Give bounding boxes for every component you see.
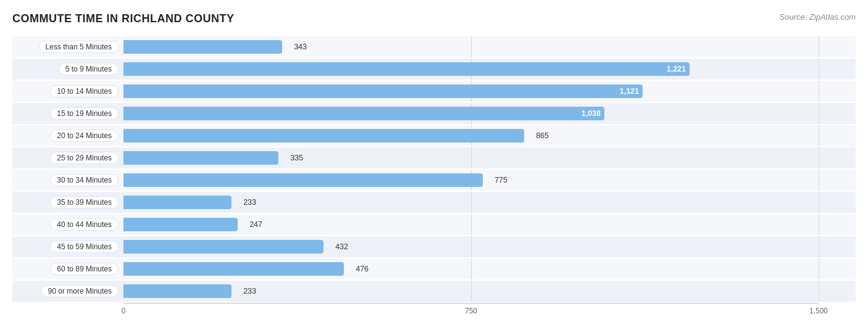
bar: 343 [123, 40, 282, 54]
grid-line [471, 36, 472, 57]
table-row: 60 to 89 Minutes476 [12, 258, 856, 279]
bar-label: 35 to 39 Minutes [12, 192, 123, 213]
bar-container: 233 [123, 281, 856, 302]
bar-label: 25 to 29 Minutes [12, 147, 123, 168]
bar-label: 60 to 89 Minutes [12, 258, 123, 279]
table-row: 10 to 14 Minutes1,121 [12, 81, 856, 102]
bar-container: 432 [123, 236, 856, 257]
source-label: Source: ZipAtlas.com [779, 12, 856, 22]
bar-container: 1,038 [123, 103, 856, 124]
bar-value: 335 [290, 154, 303, 162]
bar-value: 247 [249, 220, 262, 229]
grid-line [819, 36, 819, 57]
bar-value: 775 [495, 176, 507, 184]
bar-value: 233 [243, 287, 256, 295]
bar: 476 [123, 262, 344, 276]
bar-label: 30 to 34 Minutes [12, 170, 123, 191]
bar-container: 233 [123, 192, 856, 213]
table-row: 15 to 19 Minutes1,038 [12, 103, 856, 124]
bar: 233 [123, 196, 232, 209]
table-row: 30 to 34 Minutes775 [12, 170, 856, 191]
bar-value: 432 [335, 242, 348, 251]
x-axis-line [123, 303, 819, 303]
bar-label: 90 or more Minutes [12, 281, 123, 302]
chart-title: COMMUTE TIME IN RICHLAND COUNTY [12, 12, 234, 25]
bar-label: 45 to 59 Minutes [12, 236, 123, 257]
bar: 1,038 [123, 107, 604, 120]
bar-container: 247 [123, 214, 856, 235]
grid-line [471, 281, 472, 302]
grid-line [471, 214, 472, 235]
bar: 1,121 [123, 85, 643, 98]
bar-container: 343 [123, 36, 856, 57]
bar-label: 20 to 24 Minutes [12, 125, 123, 146]
grid-line [819, 81, 819, 102]
grid-line [471, 192, 472, 213]
grid-line [819, 281, 819, 302]
bar-label: 15 to 19 Minutes [12, 103, 123, 124]
bar-container: 1,221 [123, 59, 856, 80]
bar-label: 10 to 14 Minutes [12, 81, 123, 102]
table-row: 35 to 39 Minutes233 [12, 192, 856, 213]
x-tick-label: 0 [122, 307, 126, 315]
bar-value: 476 [356, 265, 369, 273]
bar-value: 343 [294, 43, 307, 51]
grid-line [819, 236, 819, 257]
table-row: 40 to 44 Minutes247 [12, 214, 856, 235]
grid-line [819, 258, 819, 279]
bar-value: 1,038 [582, 109, 601, 118]
bar-label: 40 to 44 Minutes [12, 214, 123, 235]
x-tick-label: 1,500 [809, 307, 828, 315]
table-row: 20 to 24 Minutes865 [12, 125, 856, 146]
table-row: Less than 5 Minutes343 [12, 36, 856, 57]
table-row: 5 to 9 Minutes1,221 [12, 59, 856, 80]
table-row: 90 or more Minutes233 [12, 281, 856, 302]
grid-line [819, 170, 819, 191]
grid-line [819, 147, 819, 168]
x-axis: 07501,500 [123, 303, 856, 320]
bar: 865 [123, 129, 524, 142]
bar: 432 [123, 240, 323, 254]
grid-line [819, 125, 819, 146]
grid-line [819, 214, 819, 235]
x-tick-label: 750 [465, 307, 477, 315]
bar-label: 5 to 9 Minutes [12, 59, 123, 80]
bar: 775 [123, 173, 483, 187]
bar: 1,221 [123, 62, 690, 76]
bar-value: 1,121 [620, 87, 639, 96]
grid-line [819, 192, 819, 213]
grid-line [819, 103, 819, 124]
bar-container: 775 [123, 170, 856, 191]
grid-line [471, 147, 472, 168]
grid-line [471, 236, 472, 257]
bar: 335 [123, 151, 278, 165]
bar: 247 [123, 218, 238, 231]
bar-container: 476 [123, 258, 856, 279]
bar-container: 865 [123, 125, 856, 146]
table-row: 25 to 29 Minutes335 [12, 147, 856, 168]
grid-line [471, 258, 472, 279]
bar-container: 1,121 [123, 81, 856, 102]
table-row: 45 to 59 Minutes432 [12, 236, 856, 257]
bar-container: 335 [123, 147, 856, 168]
bar-value: 1,221 [667, 65, 686, 73]
bar-value: 865 [536, 131, 549, 140]
bar: 233 [123, 284, 232, 298]
chart-area: Less than 5 Minutes3435 to 9 Minutes1,22… [12, 36, 856, 320]
bar-label: Less than 5 Minutes [12, 36, 123, 57]
bar-value: 233 [243, 198, 256, 207]
grid-line [819, 59, 819, 80]
